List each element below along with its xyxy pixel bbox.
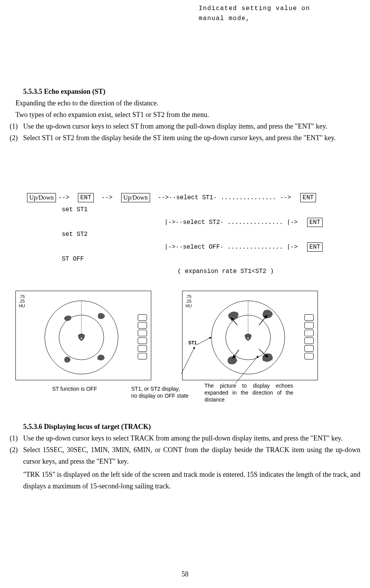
b-item1-marker: (1) xyxy=(10,432,18,444)
flow-row-1: Up/Down --> ENT --> Up/Down -->··select … xyxy=(27,193,351,202)
section-a-title: 5.5.3.5 Echo expansion (ST) xyxy=(23,86,360,97)
item2-marker: (2) xyxy=(10,132,18,144)
section-a-line2: Two types of echo expansion exist, selec… xyxy=(15,109,360,120)
left-scale: .75 .25 HU xyxy=(19,294,25,308)
bar xyxy=(138,330,147,336)
radar-left-svg: + xyxy=(31,295,132,376)
scale-025: .25 xyxy=(19,299,25,303)
flow-arrow-1: --> xyxy=(58,193,69,202)
page-number: 58 xyxy=(0,570,370,578)
section-b: 5.5.3.6 Displaying locus of target (TRAC… xyxy=(10,421,360,492)
b-item2-text: Select 15SEC, 30SEC, 1MIN, 3MIN, 6MIN, o… xyxy=(23,446,360,465)
bar xyxy=(304,345,314,352)
bar xyxy=(138,314,147,321)
scale-hu: HU xyxy=(19,303,25,308)
section-b-item2: (2) Select 15SEC, 30SEC, 1MIN, 3MIN, 6MI… xyxy=(10,444,360,467)
section-b-title: 5.5.3.6 Displaying locus of target (TRAC… xyxy=(23,421,360,432)
bar xyxy=(138,353,147,359)
flow-diagram: Up/Down --> ENT --> Up/Down -->··select … xyxy=(27,193,351,276)
flow-note: ( expansion rate ST1<ST2 ) xyxy=(177,267,351,276)
scale-075: .75 xyxy=(19,294,25,299)
scale-025-r: .25 xyxy=(186,299,192,303)
right-caption: The picture to display echoes expanded i… xyxy=(204,382,293,403)
section-a-item2: (2) Select ST1 or ST2 from the display b… xyxy=(10,132,360,144)
b-item1-text: Use the up-down cursor keys to select TR… xyxy=(23,434,343,442)
flow-select-st1: -->··select ST1· ............... --> xyxy=(158,193,291,202)
ent-key-4: ENT xyxy=(307,242,323,252)
st1-label: ST1 xyxy=(188,340,197,346)
left-caption: ST function is OFF xyxy=(52,385,97,392)
left-bars xyxy=(138,314,147,359)
section-b-para3: "TRK 15S" is displayed on the left side … xyxy=(23,469,360,492)
flow-row-2: |->··select ST2· ............... |-> ENT xyxy=(27,218,351,227)
section-a: 5.5.3.5 Echo expansion (ST) Expanding th… xyxy=(10,86,360,144)
flow-st-off: ST OFF xyxy=(62,255,351,263)
updown-key-1: Up/Down xyxy=(27,193,56,202)
section-a-item1: (1) Use the up-down cursor keys to selec… xyxy=(10,120,360,132)
b-item2-marker: (2) xyxy=(10,444,18,456)
scale-hu-r: HU xyxy=(186,303,192,308)
flow-select-off: |->··select OFF· ............... |-> xyxy=(164,243,298,251)
item1-text: Use the up-down cursor keys to select ST… xyxy=(23,122,327,130)
svg-text:+: + xyxy=(247,336,250,341)
top-note: Indicated setting value on manual mode, xyxy=(199,3,338,24)
bar xyxy=(304,322,314,329)
bar xyxy=(304,330,314,336)
mid-caption: ST1, or ST2 display, no display on OFF s… xyxy=(131,385,197,399)
updown-key-2: Up/Down xyxy=(121,193,150,202)
item2-text: Select ST1 or ST2 from the display besid… xyxy=(23,134,336,142)
figure-right: .75 .25 HU xyxy=(182,291,318,380)
item1-marker: (1) xyxy=(10,120,18,132)
bar xyxy=(304,337,314,344)
bar xyxy=(304,314,314,321)
section-b-item1: (1) Use the up-down cursor keys to selec… xyxy=(10,432,360,444)
ent-key-1: ENT xyxy=(78,193,94,202)
scale-075-r: .75 xyxy=(186,294,192,299)
flow-set-st2: set ST2 xyxy=(62,230,351,239)
section-a-line1: Expanding the echo to the direction of t… xyxy=(15,97,360,109)
bar xyxy=(138,345,147,352)
bar xyxy=(138,322,147,329)
right-scale: .75 .25 HU xyxy=(186,294,192,308)
flow-set-st1: set ST1 xyxy=(62,205,351,214)
bar xyxy=(304,353,314,359)
flow-select-st2: |->··select ST2· ............... |-> xyxy=(164,218,298,227)
ent-key-2: ENT xyxy=(300,193,316,202)
flow-arrow-2: --> xyxy=(101,193,113,202)
figure-left: .75 .25 HU + xyxy=(15,291,151,380)
bar xyxy=(138,337,147,344)
page: Indicated setting value on manual mode, … xyxy=(0,0,370,588)
figures-row: .75 .25 HU + xyxy=(15,291,355,391)
right-bars xyxy=(304,314,314,359)
ent-key-3: ENT xyxy=(307,218,323,227)
svg-text:+: + xyxy=(80,336,83,341)
flow-row-3: |->··select OFF· ............... |-> ENT xyxy=(27,242,351,252)
radar-right-svg: + xyxy=(198,295,298,376)
